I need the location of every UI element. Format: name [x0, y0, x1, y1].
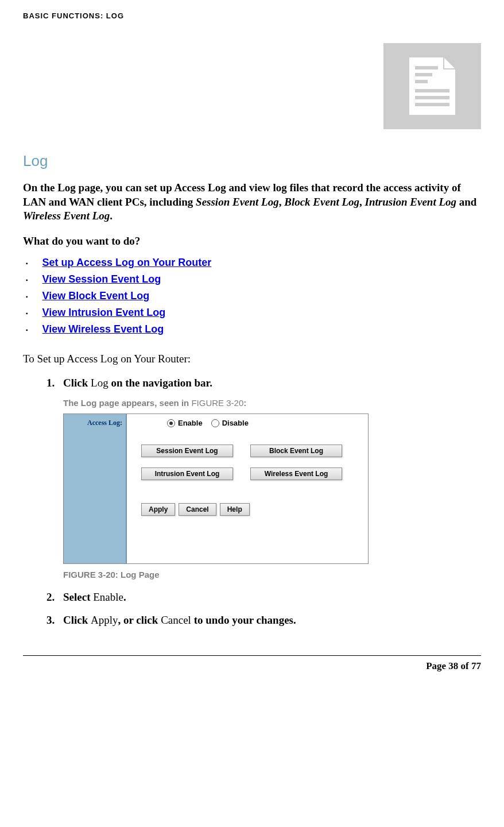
intro-session: Session Event Log: [196, 196, 279, 208]
list-item: View Session Event Log: [26, 273, 481, 285]
step-3: Click Apply, or click Cancel to undo you…: [57, 614, 481, 627]
list-item: View Wireless Event Log: [26, 323, 481, 335]
radio-label: Enable: [178, 419, 203, 427]
block-event-log-button[interactable]: Block Event Log: [250, 445, 342, 457]
radio-disable[interactable]: Disable: [211, 419, 249, 427]
figure-screenshot: Access Log: Enable Disable: [63, 413, 369, 564]
document-icon: [406, 55, 458, 118]
document-icon-box: [383, 43, 481, 129]
intro-sep: ,: [359, 196, 365, 208]
intrusion-event-log-button[interactable]: Intrusion Event Log: [141, 467, 233, 480]
list-item: Set up Access Log on Your Router: [26, 257, 481, 269]
step-text: Select: [63, 591, 93, 603]
wireless-event-log-button[interactable]: Wireless Event Log: [250, 467, 342, 480]
page-footer: Page 38 of 77: [23, 655, 481, 672]
step-text: .: [123, 591, 126, 603]
svg-rect-3: [415, 89, 449, 92]
page-header: BASIC FUNCTIONS: LOG: [23, 11, 481, 20]
intro-intrusion: Intrusion Event Log: [365, 196, 456, 208]
step-text: , or click: [118, 614, 161, 626]
list-item: View Intrusion Event Log: [26, 307, 481, 319]
step-term: Cancel: [161, 614, 191, 626]
intro-end: .: [110, 210, 113, 222]
bottom-buttons: Apply Cancel Help: [141, 503, 359, 516]
svg-rect-1: [415, 73, 432, 76]
intro-paragraph: On the Log page, you can set up Access L…: [23, 181, 481, 223]
cancel-button[interactable]: Cancel: [179, 503, 216, 516]
step-text: to undo your changes.: [191, 614, 296, 626]
help-button[interactable]: Help: [220, 503, 250, 516]
step-text: on the navigation bar.: [108, 377, 212, 389]
intro-and: and: [456, 196, 476, 208]
session-event-log-button[interactable]: Session Event Log: [141, 445, 233, 457]
list-item: View Block Event Log: [26, 290, 481, 302]
svg-rect-2: [415, 80, 428, 83]
figure-ref: FIGURE 3-20: [191, 398, 243, 408]
step-term: Log: [91, 377, 108, 389]
link-setup-access-log[interactable]: Set up Access Log on Your Router: [42, 257, 212, 268]
steps-list: Click Log on the navigation bar. The Log…: [23, 377, 481, 627]
figure-caption: FIGURE 3-20: Log Page: [63, 570, 481, 579]
svg-rect-5: [415, 103, 449, 106]
step-term: Apply: [91, 614, 118, 626]
radio-group: Enable Disable: [167, 419, 249, 427]
step-1: Click Log on the navigation bar. The Log…: [57, 377, 481, 579]
figure-sidebar: Access Log:: [64, 414, 127, 563]
svg-rect-0: [415, 66, 438, 69]
subheading: What do you want to do?: [23, 235, 481, 248]
step-term: Enable: [93, 591, 123, 603]
intro-block: Block Event Log: [284, 196, 359, 208]
apply-button[interactable]: Apply: [141, 503, 175, 516]
access-log-label: Access Log:: [64, 414, 126, 427]
radio-enable[interactable]: Enable: [167, 419, 203, 427]
step-2: Select Enable.: [57, 591, 481, 604]
link-view-intrusion[interactable]: View Intrusion Event Log: [42, 307, 166, 318]
step-text: Click: [63, 377, 91, 389]
svg-rect-4: [415, 96, 449, 99]
button-grid: Session Event Log Block Event Log Intrus…: [141, 445, 359, 480]
access-log-row: Enable Disable: [135, 419, 359, 427]
figure-content: Enable Disable Session Event Log Block E…: [127, 414, 368, 563]
link-view-block[interactable]: View Block Event Log: [42, 290, 150, 302]
radio-icon: [167, 419, 175, 427]
figure-intro-text: The Log page appears, seen in: [63, 398, 191, 408]
figure-intro-end: :: [243, 398, 246, 408]
step-text: Click: [63, 614, 91, 626]
link-list: Set up Access Log on Your Router View Se…: [23, 257, 481, 335]
intro-wireless: Wireless Event Log: [23, 210, 110, 222]
figure-intro: The Log page appears, seen in FIGURE 3-2…: [63, 398, 481, 408]
section-title: Log: [23, 152, 481, 170]
procedure-title: To Set up Access Log on Your Router:: [23, 353, 481, 365]
radio-icon: [211, 419, 219, 427]
intro-sep: ,: [279, 196, 285, 208]
link-view-session[interactable]: View Session Event Log: [42, 273, 161, 285]
radio-label: Disable: [222, 419, 249, 427]
link-view-wireless[interactable]: View Wireless Event Log: [42, 323, 164, 335]
